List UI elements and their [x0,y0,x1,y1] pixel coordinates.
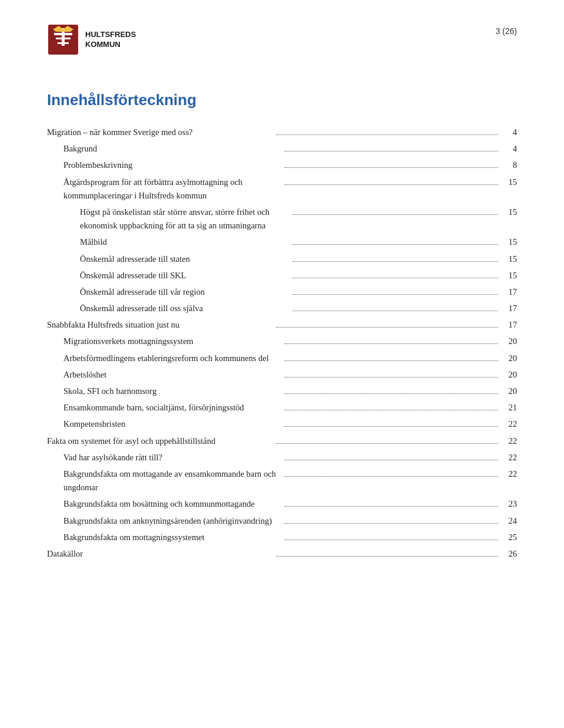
toc-page-number: 22 [501,417,517,431]
toc-page-number: 23 [501,497,517,511]
toc-item-label: Snabbfakta Hultsfreds situation just nu [47,318,274,332]
toc-item: Åtgärdsprogram för att förbättra asylmot… [47,176,517,203]
logo: HULTSFREDS KOMMUN [47,23,136,56]
toc-page-number: 15 [501,269,517,282]
toc-item: Kompetensbristen22 [47,417,517,431]
toc-page-number: 21 [501,401,517,414]
toc-page-number: 20 [501,368,517,382]
toc-item: Målbild15 [47,235,517,249]
toc-dots [284,393,498,394]
toc-item: Högst på önskelistan står större ansvar,… [47,205,517,232]
toc-item: Bakgrundsfakta om mottagningssystemet25 [47,531,517,544]
toc-dots [284,476,498,477]
toc-page-number: 17 [501,285,517,299]
toc-item: Önskemål adresserade till SKL15 [47,269,517,282]
toc-page-number: 8 [501,159,517,172]
toc-page-number: 15 [501,252,517,266]
toc-dots [284,360,498,361]
toc-item-label: Fakta om systemet för asyl och uppehålls… [47,434,274,448]
toc-item-label: Högst på önskelistan står större ansvar,… [47,205,290,232]
toc-page-number: 15 [501,205,517,219]
toc-page-number: 17 [501,318,517,332]
toc-item: Datakällor26 [47,547,517,561]
toc-item-label: Önskemål adresserade till vår region [47,285,290,299]
toc-page-number: 25 [501,531,517,544]
toc-dots [276,134,498,135]
toc-page-number: 20 [501,352,517,365]
toc-dots [284,184,498,185]
toc-page-number: 22 [501,467,517,481]
toc-page-number: 20 [501,335,517,348]
toc-item-label: Målbild [47,235,290,249]
toc-item: Fakta om systemet för asyl och uppehålls… [47,434,517,448]
toc-item-label: Skola, SFI och barnomsorg [47,385,282,398]
toc-page-number: 24 [501,514,517,528]
toc-item: Migrationsverkets mottagningssystem20 [47,335,517,348]
logo-text: HULTSFREDS KOMMUN [85,30,136,50]
toc-item-label: Åtgärdsprogram för att förbättra asylmot… [47,176,282,203]
toc-item-label: Arbetslöshet [47,368,282,382]
toc-dots [276,556,498,557]
toc-item: Problembeskrivning8 [47,159,517,172]
page-number: 3 (26) [495,23,517,36]
toc-item-label: Problembeskrivning [47,159,282,172]
toc-item: Bakgrundsfakta om anknytningsärenden (an… [47,514,517,528]
toc-item-label: Bakgrundsfakta om mottagande av ensamkom… [47,467,282,494]
toc-item-label: Bakgrund [47,142,282,156]
toc-page-number: 4 [501,126,517,139]
toc-item-label: Migration – när kommer Sverige med oss? [47,126,274,139]
toc-dots [293,214,498,215]
toc-item-label: Bakgrundsfakta om bosättning och kommunm… [47,497,282,511]
page-header: HULTSFREDS KOMMUN 3 (26) [47,23,517,56]
toc-dots [293,311,498,311]
svg-rect-2 [54,33,72,35]
toc-page-number: 26 [501,547,517,561]
toc-page-number: 15 [501,176,517,189]
toc-dots [284,151,498,151]
toc-page-number: 17 [501,302,517,315]
toc-list: Migration – när kommer Sverige med oss?4… [47,126,517,561]
toc-item-label: Bakgrundsfakta om mottagningssystemet [47,531,282,544]
toc-item-label: Migrationsverkets mottagningssystem [47,335,282,348]
toc-item: Migration – när kommer Sverige med oss?4 [47,126,517,139]
toc-dots [284,343,498,344]
toc-item: Arbetslöshet20 [47,368,517,382]
toc-item-label: Vad har asylsökande rätt till? [47,451,282,464]
toc-dots [293,278,498,278]
toc-page-number: 15 [501,235,517,249]
toc-page-number: 22 [501,434,517,448]
toc-section: Innehållsförteckning Migration – när kom… [47,91,517,561]
toc-item-label: Arbetsförmedlingens etableringsreform oc… [47,352,282,365]
toc-dots [284,426,498,427]
toc-item: Bakgrundsfakta om bosättning och kommunm… [47,497,517,511]
toc-dots [276,327,498,328]
toc-item: Önskemål adresserade till staten15 [47,252,517,266]
toc-item: Arbetsförmedlingens etableringsreform oc… [47,352,517,365]
toc-page-number: 4 [501,142,517,156]
toc-title: Innehållsförteckning [47,91,517,109]
toc-item: Önskemål adresserade till oss själva17 [47,302,517,315]
toc-dots [284,506,498,507]
toc-dots [284,167,498,168]
toc-dots [276,443,498,444]
logo-icon [47,23,79,56]
toc-dots [284,410,498,410]
toc-item-label: Kompetensbristen [47,417,282,431]
svg-rect-4 [58,42,69,44]
toc-item-label: Bakgrundsfakta om anknytningsärenden (an… [47,514,282,528]
toc-page-number: 20 [501,385,517,398]
toc-item: Vad har asylsökande rätt till?22 [47,451,517,464]
toc-item-label: Önskemål adresserade till oss själva [47,302,290,315]
toc-dots [284,523,498,524]
toc-item-label: Önskemål adresserade till staten [47,252,290,266]
toc-item-label: Ensamkommande barn, socialtjänst, försör… [47,401,282,414]
toc-item-label: Datakällor [47,547,274,561]
toc-item: Önskemål adresserade till vår region17 [47,285,517,299]
toc-page-number: 22 [501,451,517,464]
toc-dots [293,261,498,262]
svg-rect-3 [56,38,70,39]
toc-dots [284,377,498,378]
toc-dots [293,244,498,245]
toc-item: Ensamkommande barn, socialtjänst, försör… [47,401,517,414]
toc-dots [284,460,498,460]
